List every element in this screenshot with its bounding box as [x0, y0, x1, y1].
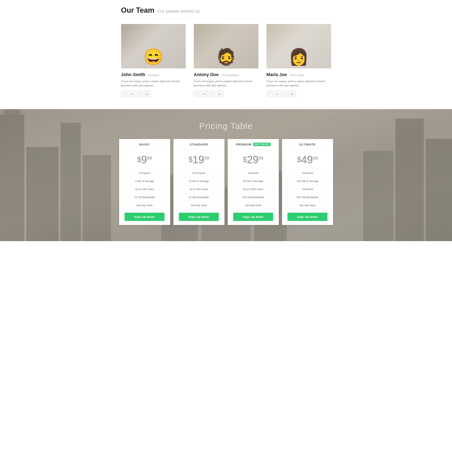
social-icon[interactable]: t — [282, 91, 288, 97]
svg-rect-1 — [0, 115, 24, 241]
social-icon[interactable]: g+ — [144, 91, 151, 97]
team-name-row: Antony Doe UX Developer — [194, 72, 258, 77]
team-card: Maria Joe Team Head Fusce orci augue, po… — [266, 24, 331, 97]
social-icon[interactable]: t — [136, 91, 143, 97]
plan-name: ULTIMATE — [282, 139, 333, 150]
team-photo — [121, 24, 186, 68]
dollar-sign: $ — [297, 156, 301, 163]
svg-rect-3 — [26, 147, 59, 241]
svg-rect-4 — [60, 123, 81, 241]
social-icon[interactable]: g+ — [290, 91, 296, 97]
pricing-feature: Security Suite — [282, 201, 333, 209]
svg-rect-8 — [363, 151, 393, 241]
team-member-bio: Fusce orci augue, porta a sapien digniss… — [266, 79, 331, 88]
pricing-card: PREMIUM BEST VALUE! $2999 Unlimited50 GB… — [228, 139, 279, 225]
price-display: $1999 — [189, 154, 209, 165]
price-display: $4999 — [297, 154, 318, 165]
pricing-feature: 10 Projects — [173, 169, 225, 177]
best-value-badge: BEST VALUE! — [253, 143, 270, 146]
plan-name: BASIC — [119, 139, 170, 150]
social-icon[interactable]: in — [201, 91, 208, 97]
pricing-card: ULTIMATE $4999 Unlimited150 GB of Storag… — [282, 139, 333, 225]
photo-placeholder — [194, 24, 258, 68]
plan-name: STANDARD — [173, 139, 225, 150]
social-icon[interactable]: g+ — [217, 91, 223, 97]
pricing-feature: 500 GB Bandwidth — [282, 193, 333, 201]
photo-placeholder — [266, 24, 331, 68]
pricing-section: Pricing Table BASIC $999 5 Projects5 GB … — [0, 109, 452, 241]
signup-button[interactable]: Sign Up Now! — [125, 213, 165, 221]
team-card: Antony Doe UX Developer Fusce orci augue… — [194, 24, 258, 97]
plan-name-text: PREMIUM — [236, 143, 252, 146]
pricing-feature: 25 GB Bandwidth — [173, 193, 225, 201]
price-cents: 99 — [259, 156, 263, 160]
social-icon[interactable]: t — [209, 91, 216, 97]
social-icon[interactable]: in — [274, 91, 281, 97]
team-member-bio: Fusce orci augue, porta a sapien digniss… — [194, 79, 258, 88]
team-member-role: UX Developer — [221, 73, 239, 77]
team-member-bio: Fusce orci augue, porta a sapien digniss… — [121, 79, 186, 88]
social-icons-row: fintg+ — [266, 91, 331, 97]
team-header: Our Team Our people behind us — [121, 6, 331, 18]
svg-rect-6 — [395, 119, 424, 241]
pricing-feature: 10 GB Bandwidth — [119, 193, 170, 201]
svg-rect-2 — [4, 109, 20, 115]
plan-cta: Sign Up Now! — [173, 209, 225, 225]
team-member-role: Designer — [148, 73, 159, 77]
team-name-row: Maria Joe Team Head — [266, 72, 331, 77]
dollar-sign: $ — [137, 156, 141, 163]
plan-price: $4999 — [282, 150, 333, 169]
team-card: John Smith Designer Fusce orci augue, po… — [121, 24, 186, 97]
signup-button[interactable]: Sign Up Now! — [287, 213, 327, 221]
price-display: $999 — [137, 154, 152, 165]
pricing-feature: 150 GB of Storage — [282, 177, 333, 185]
dollar-sign: $ — [243, 156, 247, 163]
plan-cta: Sign Up Now! — [119, 209, 170, 225]
price-cents: 99 — [313, 156, 318, 160]
plan-name-text: BASIC — [139, 143, 150, 146]
signup-button[interactable]: Sign Up Now! — [233, 213, 273, 221]
photo-placeholder — [121, 24, 186, 68]
svg-rect-5 — [83, 155, 111, 241]
team-photo — [194, 24, 258, 68]
pricing-feature: 100 GB Bandwidth — [228, 193, 279, 201]
pricing-feature: Unlimited — [282, 185, 333, 193]
social-icon[interactable]: f — [266, 91, 273, 97]
plan-name: PREMIUM BEST VALUE! — [228, 139, 279, 150]
dollar-sign: $ — [189, 156, 193, 163]
team-member-name: John Smith — [121, 72, 145, 77]
plan-cta: Sign Up Now! — [228, 209, 279, 225]
pricing-feature: Unlimited — [282, 169, 333, 177]
pricing-title: Pricing Table — [4, 121, 448, 131]
team-grid: John Smith Designer Fusce orci augue, po… — [121, 24, 331, 97]
pricing-grid: BASIC $999 5 Projects5 GB of StorageUp t… — [119, 139, 333, 225]
price-display: $2999 — [243, 154, 263, 165]
team-member-name: Maria Joe — [266, 72, 287, 77]
team-photo — [266, 24, 331, 68]
price-cents: 99 — [147, 156, 152, 160]
pricing-feature: Up to 250 Users — [173, 185, 225, 193]
plan-price: $999 — [119, 150, 170, 169]
plan-price: $2999 — [228, 150, 279, 169]
social-icon[interactable]: f — [121, 91, 128, 97]
plan-cta: Sign Up Now! — [282, 209, 333, 225]
social-icon[interactable]: f — [194, 91, 200, 97]
team-subtitle: Our people behind us — [157, 9, 200, 14]
team-section: Our Team Our people behind us John Smith… — [113, 0, 339, 109]
pricing-feature: Up to 1000 Users — [228, 185, 279, 193]
price-cents: 99 — [204, 156, 209, 160]
plan-name-text: ULTIMATE — [299, 143, 316, 146]
plan-name-text: STANDARD — [190, 143, 208, 146]
social-icon[interactable]: in — [129, 91, 135, 97]
team-member-role: Team Head — [289, 73, 304, 77]
pricing-feature: 5 Projects — [119, 169, 170, 177]
pricing-feature: 50 GB of Storage — [228, 177, 279, 185]
pricing-feature: Security Suite — [119, 201, 170, 209]
team-title: Our Team — [121, 6, 154, 14]
social-icons-row: fintg+ — [121, 91, 186, 97]
plan-price: $1999 — [173, 150, 225, 169]
signup-button[interactable]: Sign Up Now! — [179, 213, 219, 221]
pricing-feature: 5 GB of Storage — [119, 177, 170, 185]
pricing-card: BASIC $999 5 Projects5 GB of StorageUp t… — [119, 139, 170, 225]
team-name-row: John Smith Designer — [121, 72, 186, 77]
